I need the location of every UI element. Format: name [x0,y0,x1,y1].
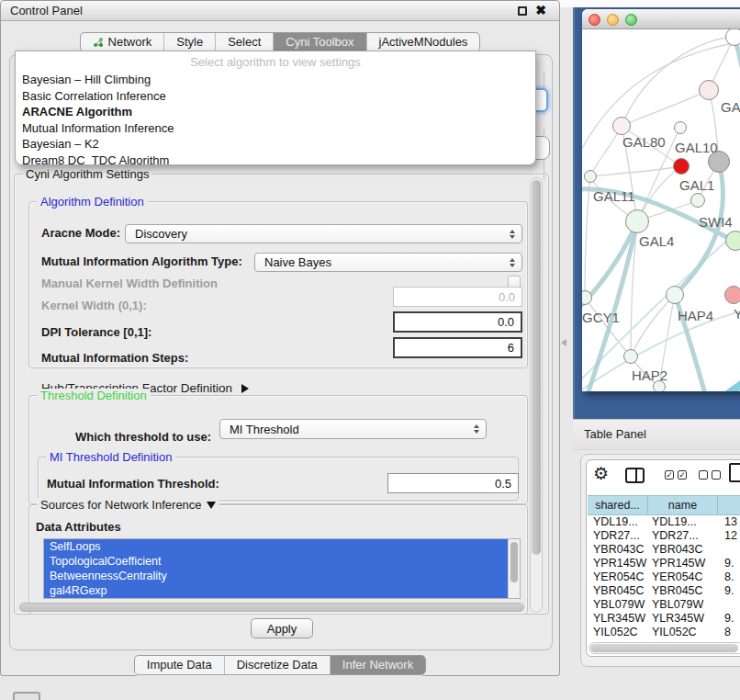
minimize-traffic-light-icon[interactable] [607,14,619,26]
table-row[interactable]: YBR045CYBR045C9. [588,584,740,598]
tab-network[interactable]: Network [81,33,164,51]
apply-button[interactable]: Apply [251,618,313,638]
network-node[interactable] [725,231,740,251]
control-panel-titlebar[interactable]: Control Panel ✖ [1,1,559,21]
sources-title: Sources for Network Inference [37,498,219,512]
table-row[interactable]: YLR345WYLR345W9. [588,612,740,626]
algorithm-option[interactable]: Mutual Information Inference [16,120,535,137]
collapse-down-icon[interactable] [207,502,216,509]
network-window-titlebar[interactable] [582,9,740,29]
tab-style[interactable]: Style [163,33,215,51]
gear-icon[interactable]: ⚙ [593,463,609,484]
algorithm-option[interactable]: Bayesian – K2 [16,136,535,152]
bottom-tab-impute-data[interactable]: Impute Data [135,656,224,674]
table-row[interactable]: YDR27...YDR27...12 [588,529,740,543]
which-threshold-combo[interactable]: MI Threshold [219,419,487,439]
network-node[interactable] [623,349,638,364]
zoom-traffic-light-icon[interactable] [625,14,637,26]
network-node[interactable] [625,209,649,233]
collapsed-panel-icon[interactable] [13,692,40,700]
algorithm-option[interactable]: Basic Correlation Inference [16,88,535,105]
settings-group-title: Cyni Algorithm Settings [22,167,152,181]
network-node[interactable] [666,286,684,304]
table-cell: 9. [718,557,740,570]
mi-algorithm-type-combo[interactable]: Naive Bayes [254,253,522,272]
mi-threshold-field[interactable]: 0.5 [387,473,519,493]
panel-splitter-arrow-icon[interactable] [561,339,566,346]
table-row[interactable]: YDL19...YDL19...13 [588,515,740,529]
tab-jactivemnodules[interactable]: jActiveMNodules [366,33,480,51]
dpi-tolerance-field[interactable]: 0.0 [393,311,522,333]
column-header[interactable] [718,496,740,514]
network-node[interactable] [673,158,690,175]
table-cell: YER054C [648,570,718,584]
settings-vertical-scrollbar[interactable] [530,177,543,613]
expand-right-icon[interactable] [241,384,249,393]
aracne-mode-combo[interactable]: Discovery [125,224,522,243]
column-header[interactable]: name [648,496,718,514]
settings-horizontal-scrollbar[interactable] [19,603,524,612]
control-panel-tab-bar: NetworkStyleSelectCyni ToolboxjActiveMNo… [1,32,559,52]
data-attribute-item[interactable]: TopologicalCoefficient [44,554,520,569]
scrollbar-thumb[interactable] [532,180,541,555]
table-window: ⚙ ✓ ✓ shared...name YDL19...YDL19...13YD… [586,459,740,657]
network-node[interactable] [674,121,687,134]
column-header[interactable]: shared... [588,496,648,514]
network-node[interactable] [699,80,719,100]
network-node[interactable] [724,286,740,304]
data-attributes-list[interactable]: SelfLoopsTopologicalCoefficientBetweenne… [43,538,521,599]
bottom-tabs: Impute DataDiscretize DataInfer Network [134,655,426,675]
table-row[interactable]: YIL052CYIL052C8 [588,626,740,639]
table-panel-header: Table Panel [573,419,740,450]
table-horizontal-scrollbar[interactable] [589,642,740,654]
bottom-tab-infer-network[interactable]: Infer Network [330,656,425,674]
algorithm-option[interactable]: Dream8 DC_TDC Algorithm [16,152,535,166]
close-traffic-light-icon[interactable] [589,14,600,26]
select-all-checkboxes-icon[interactable]: ✓ ✓ [665,470,687,480]
control-panel-tabs: NetworkStyleSelectCyni ToolboxjActiveMNo… [80,32,481,52]
algorithm-option[interactable]: ARACNE Algorithm [16,104,535,120]
algorithm-definition-title: Algorithm Definition [37,195,148,209]
control-panel-window: Control Panel ✖ NetworkStyleSelectCyni T… [0,0,560,676]
table-row[interactable]: YBR043CYBR043C [588,543,740,557]
popup-header: Select algorithm to view settings [16,51,535,72]
tab-label: jActiveMNodules [379,36,468,49]
columns-icon[interactable] [625,468,645,483]
table-cell: YBR045C [648,584,718,598]
document-icon[interactable] [729,463,740,482]
algorithm-select-popup: Select algorithm to view settings Bayesi… [15,51,536,165]
table-row[interactable]: YER054CYER054C8. [588,570,740,584]
network-node[interactable] [690,193,705,208]
network-canvas[interactable]: GALGAL80GAL10GAL1GAL11SWI4GAL4GCY1HAP4YH… [582,29,740,391]
network-node-label: GAL10 [675,140,718,155]
network-icon [93,37,104,48]
scrollbar-thumb[interactable] [510,542,518,582]
data-attributes-items: SelfLoopsTopologicalCoefficientBetweenne… [44,539,520,598]
tab-cyni-toolbox[interactable]: Cyni Toolbox [273,33,365,51]
network-node[interactable] [584,170,597,183]
table-row[interactable]: YPR145WYPR145W9. [588,557,740,570]
table-cell: YPR145W [648,557,718,570]
algorithm-option[interactable]: Bayesian – Hill Climbing [16,72,535,88]
tab-select[interactable]: Select [215,33,273,51]
close-icon[interactable]: ✖ [535,3,546,17]
network-node[interactable] [612,117,631,135]
deselect-all-checkboxes-icon[interactable] [699,470,721,480]
mi-steps-value: 6 [508,341,514,355]
mi-steps-field[interactable]: 6 [393,337,522,358]
bottom-tab-discretize-data[interactable]: Discretize Data [224,656,330,674]
network-node-label: GCY1 [582,310,620,325]
kernel-width-field[interactable]: 0.0 [393,287,522,307]
table-cell: YLR345W [648,612,718,626]
data-attribute-item[interactable]: SelfLoops [44,539,520,554]
attributes-vertical-scrollbar[interactable] [508,539,520,598]
data-attribute-item[interactable]: BetweennessCentrality [44,569,520,583]
float-window-icon[interactable] [518,6,527,16]
table-row[interactable]: YBL079WYBL079W [588,598,740,612]
network-window[interactable]: GALGAL80GAL10GAL1GAL11SWI4GAL4GCY1HAP4YH… [582,9,740,391]
table-cell: YBR043C [648,543,718,557]
network-node[interactable] [725,29,740,46]
table-cell: YIL052C [648,626,718,639]
scrollbar-thumb[interactable] [590,644,738,652]
data-attribute-item[interactable]: gal4RGexp [44,583,520,598]
